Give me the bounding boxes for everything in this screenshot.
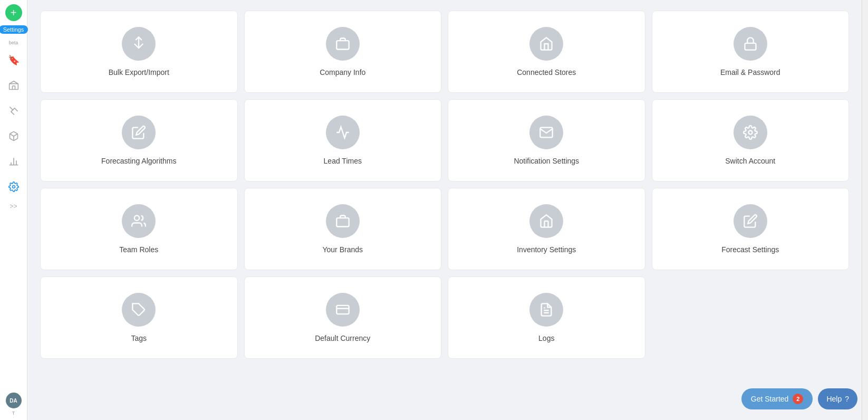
bottom-buttons: Get Started 2 Help ? [741, 388, 857, 409]
help-icon: ? [845, 395, 849, 403]
get-started-button[interactable]: Get Started 2 [741, 388, 813, 409]
right-panel [862, 0, 868, 420]
brands-briefcase-icon [326, 204, 360, 238]
right-panel-labels [862, 0, 868, 420]
lock-icon [734, 27, 767, 61]
store-icon [529, 27, 563, 61]
settings-grid: Bulk Export/ImportCompany InfoConnected … [40, 11, 849, 359]
card-label-forecasting-algorithms: Forecasting Algorithms [101, 157, 176, 165]
tag-icon [122, 293, 156, 327]
edit-icon [122, 116, 156, 149]
forecast-edit-icon [734, 204, 767, 238]
card-label-your-brands: Your Brands [322, 245, 363, 254]
card-company-info[interactable]: Company Info [244, 11, 442, 93]
card-label-switch-account: Switch Account [725, 157, 775, 165]
card-your-brands[interactable]: Your Brands [244, 188, 442, 270]
card-label-tags: Tags [131, 334, 147, 342]
avatar[interactable]: DA [6, 393, 22, 408]
card-bulk-export-import[interactable]: Bulk Export/Import [40, 11, 238, 93]
sidebar-top: + Settings beta 🔖 [0, 4, 28, 393]
svg-rect-21 [336, 306, 349, 314]
currency-icon [326, 293, 360, 327]
get-started-label: Get Started [751, 395, 789, 403]
sidebar: + Settings beta 🔖 [0, 0, 27, 420]
card-team-roles[interactable]: Team Roles [40, 188, 238, 270]
card-tags[interactable]: Tags [40, 276, 238, 359]
help-label: Help [826, 395, 842, 403]
settings-nav-icon[interactable] [3, 176, 24, 197]
arrows-up-down-icon [122, 27, 156, 61]
card-label-lead-times: Lead Times [324, 157, 362, 165]
card-switch-account[interactable]: Switch Account [652, 99, 850, 182]
sidebar-bottom: DA T [6, 393, 22, 416]
svg-rect-16 [336, 218, 349, 226]
switch-account-icon [734, 116, 767, 149]
svg-rect-12 [336, 41, 349, 49]
svg-point-14 [748, 131, 752, 135]
card-forecasting-algorithms[interactable]: Forecasting Algorithms [40, 99, 238, 182]
card-forecast-settings[interactable]: Forecast Settings [652, 188, 850, 270]
sidebar-bottom-label: T [12, 411, 15, 416]
card-label-notification-settings: Notification Settings [514, 157, 579, 165]
card-label-default-currency: Default Currency [315, 334, 370, 342]
svg-point-9 [12, 186, 15, 188]
card-default-currency[interactable]: Default Currency [244, 276, 442, 359]
card-inventory-settings[interactable]: Inventory Settings [448, 188, 645, 270]
card-email-password[interactable]: Email & Password [652, 11, 850, 93]
warehouse-icon[interactable] [3, 75, 24, 96]
card-label-bulk-export-import: Bulk Export/Import [109, 68, 169, 77]
beta-label: beta [9, 40, 18, 45]
bookmark-icon[interactable]: 🔖 [3, 50, 24, 71]
svg-point-15 [134, 216, 139, 221]
envelope-icon [529, 116, 563, 149]
inventory-store-icon [529, 204, 563, 238]
box-icon[interactable] [3, 126, 24, 147]
magic-icon[interactable] [3, 100, 24, 121]
card-connected-stores[interactable]: Connected Stores [448, 11, 645, 93]
add-button[interactable]: + [5, 4, 22, 21]
lead-times-icon [326, 116, 360, 149]
card-notification-settings[interactable]: Notification Settings [448, 99, 645, 182]
card-logs[interactable]: Logs [448, 276, 645, 359]
card-label-forecast-settings: Forecast Settings [721, 245, 779, 254]
settings-tab[interactable]: Settings [0, 25, 28, 34]
chart-icon[interactable] [3, 151, 24, 172]
card-label-logs: Logs [538, 334, 554, 342]
card-label-connected-stores: Connected Stores [517, 68, 576, 77]
card-label-inventory-settings: Inventory Settings [517, 245, 576, 254]
briefcase-icon [326, 27, 360, 61]
expand-button[interactable]: >> [7, 201, 19, 212]
card-lead-times[interactable]: Lead Times [244, 99, 442, 182]
team-icon [122, 204, 156, 238]
svg-rect-0 [9, 84, 18, 90]
main-content: Bulk Export/ImportCompany InfoConnected … [27, 0, 862, 420]
svg-rect-13 [745, 43, 756, 50]
help-button[interactable]: Help ? [818, 388, 857, 409]
card-label-email-password: Email & Password [720, 68, 780, 77]
card-label-team-roles: Team Roles [119, 245, 158, 254]
logs-icon [529, 293, 563, 327]
get-started-badge: 2 [793, 394, 803, 404]
card-label-company-info: Company Info [320, 68, 365, 77]
